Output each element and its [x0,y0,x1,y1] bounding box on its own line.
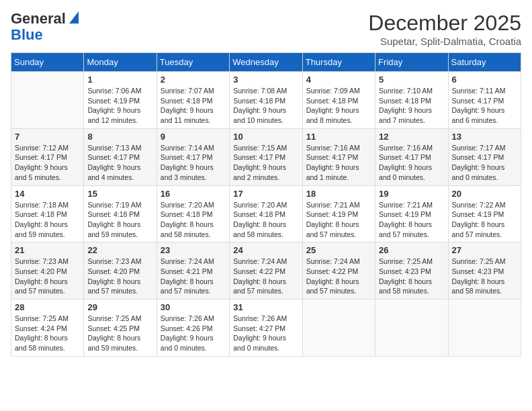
calendar-week-row: 21Sunrise: 7:23 AMSunset: 4:20 PMDayligh… [11,242,521,300]
title-block: December 2025 Supetar, Split-Dalmatia, C… [368,11,521,47]
calendar-cell: 30Sunrise: 7:26 AMSunset: 4:26 PMDayligh… [157,300,229,357]
day-info: Sunrise: 7:08 AMSunset: 4:18 PMDaylight:… [233,86,298,126]
day-info: Sunrise: 7:22 AMSunset: 4:19 PMDaylight:… [452,200,517,240]
day-info: Sunrise: 7:12 AMSunset: 4:17 PMDaylight:… [15,143,80,183]
calendar-cell: 2Sunrise: 7:07 AMSunset: 4:18 PMDaylight… [157,72,229,129]
day-number: 18 [306,189,371,199]
day-of-week-header: Monday [84,53,157,72]
calendar-cell: 16Sunrise: 7:20 AMSunset: 4:18 PMDayligh… [157,185,229,242]
day-info: Sunrise: 7:23 AMSunset: 4:20 PMDaylight:… [15,257,80,296]
day-info: Sunrise: 7:09 AMSunset: 4:18 PMDaylight:… [306,86,371,126]
calendar-cell: 31Sunrise: 7:26 AMSunset: 4:27 PMDayligh… [230,300,302,357]
day-number: 17 [233,189,298,199]
day-number: 13 [452,132,517,142]
calendar-cell: 25Sunrise: 7:24 AMSunset: 4:22 PMDayligh… [302,242,375,300]
day-info: Sunrise: 7:23 AMSunset: 4:20 PMDaylight:… [87,257,152,296]
day-number: 4 [306,75,371,85]
day-number: 31 [233,302,298,312]
calendar-cell: 22Sunrise: 7:23 AMSunset: 4:20 PMDayligh… [84,242,157,300]
day-info: Sunrise: 7:24 AMSunset: 4:22 PMDaylight:… [306,257,371,296]
day-info: Sunrise: 7:25 AMSunset: 4:25 PMDaylight:… [87,314,152,353]
calendar-cell: 8Sunrise: 7:13 AMSunset: 4:17 PMDaylight… [84,128,157,185]
day-of-week-header: Tuesday [157,53,229,72]
month-title: December 2025 [368,11,521,36]
day-of-week-header: Saturday [448,53,521,72]
calendar-cell [11,72,84,129]
day-info: Sunrise: 7:19 AMSunset: 4:18 PMDaylight:… [87,200,152,240]
day-number: 27 [452,245,517,255]
day-info: Sunrise: 7:13 AMSunset: 4:17 PMDaylight:… [87,143,152,183]
calendar-cell: 26Sunrise: 7:25 AMSunset: 4:23 PMDayligh… [375,242,448,300]
calendar-cell [448,300,521,357]
location-subtitle: Supetar, Split-Dalmatia, Croatia [368,36,521,47]
calendar-cell: 1Sunrise: 7:06 AMSunset: 4:19 PMDaylight… [84,72,157,129]
calendar-cell: 29Sunrise: 7:25 AMSunset: 4:25 PMDayligh… [84,300,157,357]
day-number: 30 [161,302,226,312]
day-info: Sunrise: 7:25 AMSunset: 4:23 PMDaylight:… [379,257,444,296]
calendar-cell: 20Sunrise: 7:22 AMSunset: 4:19 PMDayligh… [448,185,521,242]
calendar-header-row: SundayMondayTuesdayWednesdayThursdayFrid… [11,53,521,72]
day-info: Sunrise: 7:24 AMSunset: 4:21 PMDaylight:… [161,257,226,296]
day-info: Sunrise: 7:15 AMSunset: 4:17 PMDaylight:… [233,143,298,183]
day-info: Sunrise: 7:11 AMSunset: 4:17 PMDaylight:… [452,86,517,126]
day-info: Sunrise: 7:16 AMSunset: 4:17 PMDaylight:… [306,143,371,183]
day-number: 9 [161,132,226,142]
day-number: 25 [306,245,371,255]
day-number: 7 [15,132,80,142]
page-header: General Blue December 2025 Supetar, Spli… [11,11,521,47]
calendar-cell: 19Sunrise: 7:21 AMSunset: 4:19 PMDayligh… [375,185,448,242]
calendar-cell: 14Sunrise: 7:18 AMSunset: 4:18 PMDayligh… [11,185,84,242]
calendar-cell: 3Sunrise: 7:08 AMSunset: 4:18 PMDaylight… [230,72,302,129]
day-number: 20 [452,189,517,199]
day-info: Sunrise: 7:14 AMSunset: 4:17 PMDaylight:… [161,143,226,183]
day-info: Sunrise: 7:26 AMSunset: 4:27 PMDaylight:… [233,314,298,353]
calendar-cell: 12Sunrise: 7:16 AMSunset: 4:17 PMDayligh… [375,128,448,185]
calendar-cell: 18Sunrise: 7:21 AMSunset: 4:19 PMDayligh… [302,185,375,242]
svg-marker-0 [69,11,79,24]
day-of-week-header: Wednesday [230,53,302,72]
day-number: 5 [379,75,444,85]
day-number: 26 [379,245,444,255]
day-number: 24 [233,245,298,255]
calendar-cell: 17Sunrise: 7:20 AMSunset: 4:18 PMDayligh… [230,185,302,242]
calendar-cell: 23Sunrise: 7:24 AMSunset: 4:21 PMDayligh… [157,242,229,300]
day-number: 6 [452,75,517,85]
calendar-cell: 7Sunrise: 7:12 AMSunset: 4:17 PMDaylight… [11,128,84,185]
day-info: Sunrise: 7:10 AMSunset: 4:18 PMDaylight:… [379,86,444,126]
day-info: Sunrise: 7:17 AMSunset: 4:17 PMDaylight:… [452,143,517,183]
day-info: Sunrise: 7:18 AMSunset: 4:18 PMDaylight:… [15,200,80,240]
day-number: 23 [161,245,226,255]
day-info: Sunrise: 7:24 AMSunset: 4:22 PMDaylight:… [233,257,298,296]
day-info: Sunrise: 7:26 AMSunset: 4:26 PMDaylight:… [161,314,226,353]
calendar-week-row: 28Sunrise: 7:25 AMSunset: 4:24 PMDayligh… [11,300,521,357]
day-number: 28 [15,302,80,312]
calendar-cell: 11Sunrise: 7:16 AMSunset: 4:17 PMDayligh… [302,128,375,185]
calendar-cell: 24Sunrise: 7:24 AMSunset: 4:22 PMDayligh… [230,242,302,300]
day-info: Sunrise: 7:06 AMSunset: 4:19 PMDaylight:… [87,86,152,126]
calendar-week-row: 14Sunrise: 7:18 AMSunset: 4:18 PMDayligh… [11,185,521,242]
day-info: Sunrise: 7:21 AMSunset: 4:19 PMDaylight:… [306,200,371,240]
day-info: Sunrise: 7:21 AMSunset: 4:19 PMDaylight:… [379,200,444,240]
calendar-cell: 6Sunrise: 7:11 AMSunset: 4:17 PMDaylight… [448,72,521,129]
day-number: 8 [87,132,152,142]
logo-triangle-icon [66,11,79,24]
day-of-week-header: Sunday [11,53,84,72]
calendar-week-row: 7Sunrise: 7:12 AMSunset: 4:17 PMDaylight… [11,128,521,185]
calendar-cell: 21Sunrise: 7:23 AMSunset: 4:20 PMDayligh… [11,242,84,300]
logo-general: General [11,11,66,27]
day-number: 16 [161,189,226,199]
day-info: Sunrise: 7:20 AMSunset: 4:18 PMDaylight:… [233,200,298,240]
calendar-table: SundayMondayTuesdayWednesdayThursdayFrid… [11,52,521,357]
day-number: 2 [161,75,226,85]
day-info: Sunrise: 7:25 AMSunset: 4:24 PMDaylight:… [15,314,80,353]
day-number: 21 [15,245,80,255]
day-number: 22 [87,245,152,255]
calendar-cell [302,300,375,357]
calendar-cell: 28Sunrise: 7:25 AMSunset: 4:24 PMDayligh… [11,300,84,357]
calendar-cell: 5Sunrise: 7:10 AMSunset: 4:18 PMDaylight… [375,72,448,129]
calendar-cell [375,300,448,357]
day-info: Sunrise: 7:16 AMSunset: 4:17 PMDaylight:… [379,143,444,183]
calendar-cell: 10Sunrise: 7:15 AMSunset: 4:17 PMDayligh… [230,128,302,185]
calendar-cell: 15Sunrise: 7:19 AMSunset: 4:18 PMDayligh… [84,185,157,242]
day-number: 14 [15,189,80,199]
